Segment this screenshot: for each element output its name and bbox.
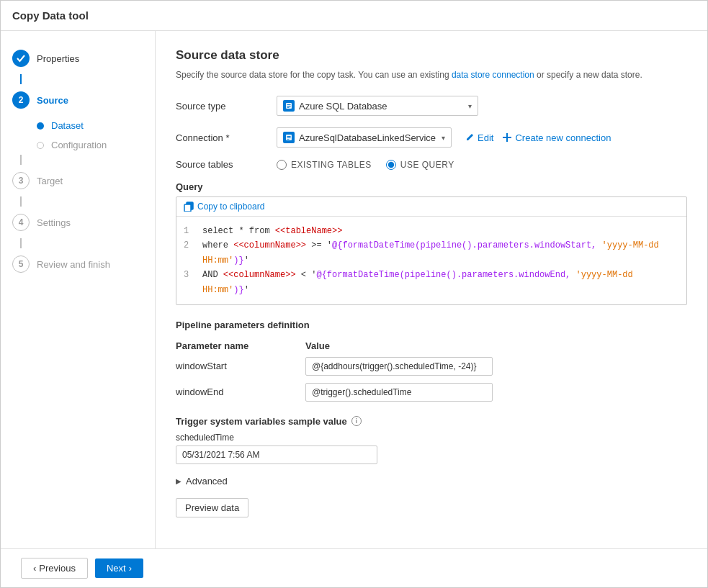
- use-query-radio[interactable]: [386, 160, 396, 170]
- dataset-dot: [37, 122, 44, 130]
- sidebar-sub-item-configuration[interactable]: Configuration: [1, 135, 155, 155]
- radio-use-query[interactable]: USE QUERY: [386, 160, 454, 170]
- svg-rect-7: [287, 139, 290, 140]
- prev-chevron: ‹: [33, 563, 36, 574]
- param-row-windowstart: windowStart: [176, 357, 687, 376]
- code-line-3: 3 AND <<columnName>> < '@{formatDateTime…: [184, 268, 679, 297]
- param-value-header: Value: [305, 340, 330, 351]
- connection-row: Connection * AzureSqlDatabaseLinkedServi…: [176, 127, 687, 148]
- main-layout: Properties 2 Source Dataset Configuratio…: [1, 31, 707, 548]
- params-header: Parameter name Value: [176, 338, 687, 354]
- use-query-label[interactable]: USE QUERY: [400, 160, 454, 170]
- sidebar-label-target: Target: [37, 176, 63, 186]
- footer: ‹ Previous Next ›: [1, 548, 707, 587]
- existing-tables-radio[interactable]: [277, 160, 287, 170]
- content-area: Source data store Specify the source dat…: [156, 31, 707, 548]
- preview-data-button[interactable]: Preview data: [176, 498, 248, 517]
- existing-tables-label[interactable]: EXISTING TABLES: [291, 160, 372, 170]
- sidebar-label-review: Review and finish: [37, 259, 110, 270]
- connection-actions: Edit Create new connection: [465, 132, 611, 143]
- svg-rect-3: [287, 107, 290, 108]
- advanced-section: ▶ Advanced: [176, 476, 687, 487]
- query-toolbar: Copy to clipboard: [176, 197, 686, 217]
- param-row-windowend: windowEnd: [176, 383, 687, 402]
- connection-icon: [283, 132, 295, 143]
- advanced-chevron: ▶: [176, 477, 182, 485]
- edit-link[interactable]: Edit: [465, 132, 493, 143]
- params-title: Pipeline parameters definition: [176, 320, 687, 330]
- svg-rect-6: [287, 137, 291, 138]
- step-indicator-settings: 4: [12, 214, 30, 231]
- trigger-title: Trigger system variables sample value i: [176, 416, 687, 427]
- config-dot: [37, 142, 44, 149]
- source-type-dropdown[interactable]: Azure SQL Database ▾: [277, 96, 478, 116]
- connection-field: AzureSqlDatabaseLinkedService ▾ Edit Cre…: [277, 127, 687, 148]
- sidebar-item-target[interactable]: 3 Target: [1, 165, 155, 196]
- step-indicator-target: 3: [12, 172, 30, 189]
- sidebar: Properties 2 Source Dataset Configuratio…: [1, 31, 156, 548]
- code-line-1: 1 select * from <<tableName>>: [184, 224, 679, 238]
- advanced-label: Advanced: [186, 476, 228, 487]
- next-button[interactable]: Next ›: [95, 558, 143, 578]
- step-indicator-source: 2: [12, 91, 30, 109]
- next-chevron: ›: [129, 563, 132, 574]
- previous-button[interactable]: ‹ Previous: [21, 558, 88, 579]
- scheduled-time-label: scheduledTime: [176, 433, 687, 443]
- query-label: Query: [176, 181, 687, 192]
- sidebar-item-review[interactable]: 5 Review and finish: [1, 248, 155, 280]
- connection-row-inner: AzureSqlDatabaseLinkedService ▾ Edit Cre…: [277, 127, 687, 148]
- svg-rect-1: [287, 104, 291, 105]
- source-type-label: Source type: [176, 101, 277, 112]
- svg-rect-2: [287, 106, 291, 107]
- source-type-row: Source type Azure SQL Database ▾: [176, 96, 687, 116]
- param-value-windowend[interactable]: [305, 383, 493, 402]
- sidebar-label-properties: Properties: [37, 53, 79, 64]
- info-icon[interactable]: i: [351, 416, 362, 426]
- data-store-link[interactable]: data store connection: [452, 70, 534, 80]
- connector-4: [20, 238, 22, 248]
- params-section: Pipeline parameters definition Parameter…: [176, 320, 687, 402]
- sidebar-item-settings[interactable]: 4 Settings: [1, 207, 155, 238]
- query-section: Query Copy to clipboard 1 select * from …: [176, 181, 687, 305]
- param-name-windowend: windowEnd: [176, 386, 305, 397]
- svg-rect-9: [184, 204, 191, 212]
- connection-dropdown[interactable]: AzureSqlDatabaseLinkedService ▾: [277, 127, 452, 148]
- connector-3: [20, 196, 22, 207]
- connector-2: [20, 155, 22, 165]
- section-desc: Specify the source data store for the co…: [176, 68, 687, 81]
- connection-value: AzureSqlDatabaseLinkedService: [299, 132, 436, 143]
- query-code[interactable]: 1 select * from <<tableName>> 2 where <<…: [176, 217, 686, 304]
- connection-label: Connection *: [176, 132, 277, 143]
- app-container: Copy Data tool Properties 2 Source Datas…: [1, 1, 707, 587]
- copy-to-clipboard-button[interactable]: Copy to clipboard: [184, 202, 264, 212]
- copy-label: Copy to clipboard: [197, 202, 264, 212]
- query-box: Copy to clipboard 1 select * from <<tabl…: [176, 196, 687, 305]
- source-tables-label: Source tables: [176, 159, 277, 170]
- param-name-windowstart: windowStart: [176, 361, 305, 371]
- advanced-toggle[interactable]: ▶ Advanced: [176, 476, 687, 487]
- param-value-windowstart[interactable]: [305, 357, 493, 376]
- code-line-2: 2 where <<columnName>> >= '@{formatDateT…: [184, 238, 679, 268]
- section-title: Source data store: [176, 48, 687, 63]
- sidebar-item-properties[interactable]: Properties: [1, 42, 155, 74]
- params-table: Parameter name Value windowStart windowE…: [176, 338, 687, 402]
- source-tables-row: Source tables EXISTING TABLES USE QUERY: [176, 159, 687, 170]
- step-indicator-properties: [12, 50, 30, 67]
- radio-existing-tables[interactable]: EXISTING TABLES: [277, 160, 372, 170]
- scheduled-time-input[interactable]: [176, 445, 377, 464]
- source-type-value: Azure SQL Database: [299, 101, 462, 112]
- create-new-connection-link[interactable]: Create new connection: [502, 132, 611, 143]
- azure-sql-icon: [283, 100, 295, 112]
- app-title: Copy Data tool: [12, 9, 89, 22]
- title-bar: Copy Data tool: [1, 1, 707, 31]
- svg-rect-5: [287, 136, 291, 137]
- source-tables-radio-group: EXISTING TABLES USE QUERY: [277, 160, 687, 170]
- source-type-chevron: ▾: [468, 102, 472, 110]
- sidebar-sub-label-dataset: Dataset: [51, 120, 84, 131]
- connection-chevron: ▾: [442, 134, 445, 142]
- sidebar-sub-label-configuration: Configuration: [51, 140, 107, 150]
- sidebar-sub-item-dataset[interactable]: Dataset: [1, 116, 155, 135]
- sidebar-label-source: Source: [37, 95, 68, 106]
- sidebar-item-source[interactable]: 2 Source: [1, 84, 155, 116]
- trigger-section: Trigger system variables sample value i …: [176, 416, 687, 464]
